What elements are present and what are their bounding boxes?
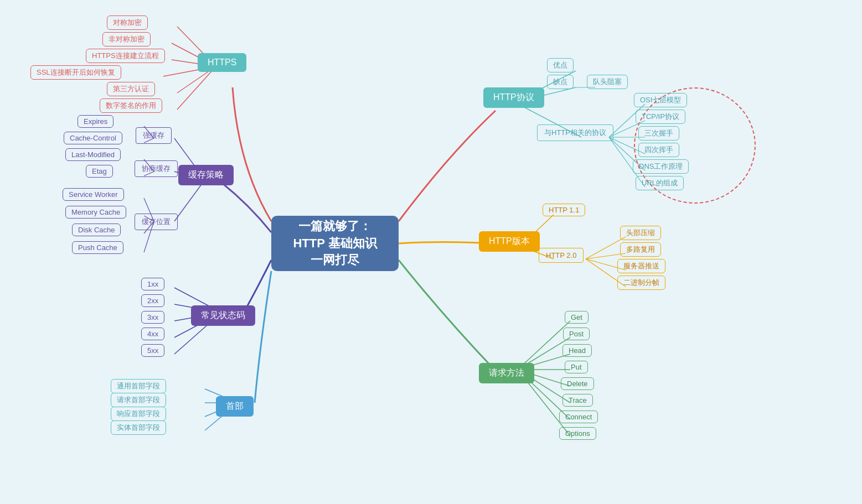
leaf-2xx: 2xx — [141, 294, 164, 307]
leaf-head: Head — [562, 344, 592, 357]
leaf-memory-cache: Memory Cache — [65, 206, 126, 219]
leaf-server-push: 服务器推送 — [617, 259, 665, 273]
leaf-expires: Expires — [78, 115, 113, 128]
leaf-trace: Trace — [562, 394, 593, 407]
leaf-disk-cache: Disk Cache — [72, 224, 121, 236]
leaf-third-auth: 第三方认证 — [107, 82, 155, 96]
leaf-req-header: 请求首部字段 — [111, 393, 166, 407]
leaf-etag: Etag — [86, 165, 113, 178]
leaf-duichengjiami: 对称加密 — [107, 15, 148, 30]
leaf-cache-control: Cache-Control — [64, 132, 122, 144]
leaf-last-modified: Last-Modified — [65, 148, 121, 161]
node-http-version: HTTP版本 — [479, 231, 540, 252]
leaf-put: Put — [565, 361, 588, 373]
subnode-nego-cache: 协商缓存 — [135, 160, 178, 177]
leaf-delete: Delete — [561, 377, 594, 390]
leaf-feiduicheng: 非对称加密 — [102, 32, 151, 46]
center-node: 一篇就够了： HTTP 基础知识一网打尽 — [271, 216, 399, 271]
leaf-dns: DNS工作原理 — [633, 159, 689, 174]
leaf-connect: Connect — [559, 411, 598, 423]
svg-line-39 — [586, 253, 626, 259]
node-cache: 缓存策略 — [178, 165, 234, 185]
leaf-get: Get — [565, 311, 589, 324]
subnode-cache-pos: 缓存位置 — [135, 214, 178, 230]
leaf-push-cache: Push Cache — [72, 241, 123, 254]
subnode-http20: HTTP 2.0 — [539, 248, 584, 263]
node-header: 首部 — [216, 396, 254, 417]
leaf-general-header: 通用首部字段 — [111, 379, 166, 393]
leaf-5xx: 5xx — [141, 344, 164, 357]
leaf-tcpip: TCP/IP协议 — [636, 110, 685, 124]
node-http-protocol: HTTP协议 — [483, 87, 544, 108]
leaf-header-compress: 头部压缩 — [620, 226, 661, 240]
svg-line-5 — [177, 66, 216, 110]
leaf-advantage: 优点 — [547, 58, 574, 72]
leaf-4xx: 4xx — [141, 328, 164, 340]
leaf-osi: OSI七层模型 — [634, 93, 687, 107]
leaf-3xx: 3xx — [141, 311, 164, 324]
leaf-https-process: HTTPS连接建立流程 — [86, 49, 165, 63]
leaf-url: URL的组成 — [636, 176, 684, 190]
leaf-three-way: 三次握手 — [638, 126, 679, 141]
svg-line-42 — [518, 321, 570, 370]
leaf-head-blocking: 队头阻塞 — [587, 75, 628, 89]
leaf-sw: Service Worker — [63, 188, 124, 201]
leaf-digital-sign: 数字签名的作用 — [100, 98, 162, 113]
leaf-post: Post — [563, 328, 590, 340]
mind-map: 一篇就够了： HTTP 基础知识一网打尽 HTTPS 对称加密 非对称加密 HT… — [0, 0, 862, 504]
node-request-method: 请求方法 — [479, 363, 534, 383]
svg-line-8 — [174, 180, 205, 221]
leaf-ssl: SSL连接断开后如何恢复 — [30, 65, 121, 80]
subnode-related-protocols: 与HTTP相关的协议 — [537, 124, 613, 141]
leaf-http11: HTTP 1.1 — [543, 204, 585, 216]
leaf-disadvantage: 缺点 — [547, 75, 574, 89]
subnode-strong-cache: 强缓存 — [136, 127, 172, 144]
leaf-1xx: 1xx — [141, 278, 164, 290]
leaf-four-way: 四次挥手 — [638, 143, 679, 157]
leaf-res-header: 响应首部字段 — [111, 407, 166, 421]
leaf-binary-frame: 二进制分帧 — [617, 276, 665, 290]
leaf-multiplex: 多路复用 — [620, 242, 661, 257]
node-https: HTTPS — [198, 53, 246, 72]
node-status: 常见状态码 — [191, 305, 255, 326]
leaf-options: Options — [559, 427, 596, 440]
leaf-entity-header: 实体首部字段 — [111, 420, 166, 435]
